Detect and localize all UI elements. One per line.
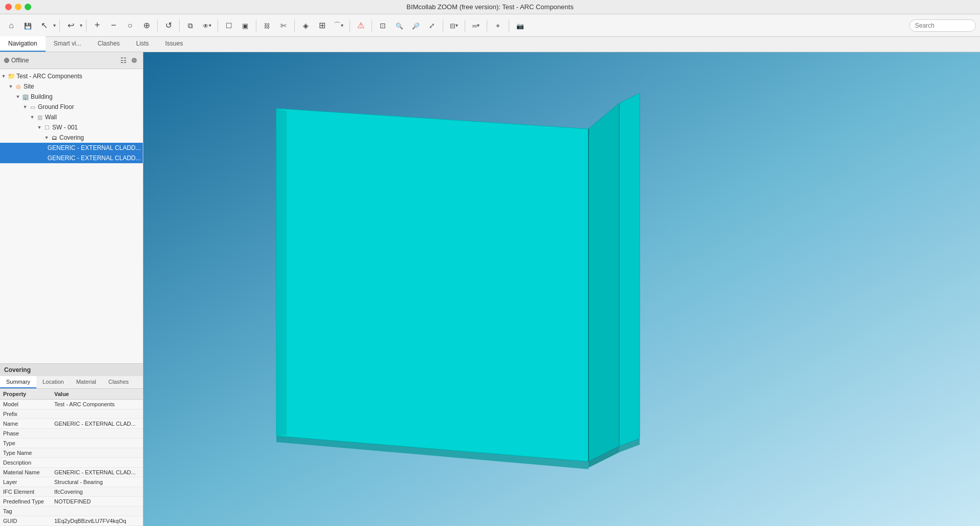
separator-10 — [443, 19, 443, 32]
property-name: Prefix — [0, 409, 51, 419]
list-view-button[interactable]: ☸ — [130, 55, 139, 65]
viewport-background — [143, 52, 980, 526]
tree-arrow-covering[interactable] — [43, 135, 50, 140]
tree-item-part2[interactable]: GENERIC - EXTERNAL CLADD... — [0, 153, 143, 163]
building-icon — [21, 93, 30, 101]
orbit-icon — [127, 21, 133, 30]
cube3d-button[interactable] — [298, 17, 313, 34]
table-row[interactable]: IFC ElementIfcCovering — [0, 487, 143, 497]
table-row[interactable]: Type — [0, 439, 143, 448]
property-value: 1Eq2yDqBBzvtLU7FV4kqOq — [51, 516, 143, 526]
section-button[interactable] — [376, 17, 390, 34]
home-icon — [9, 21, 14, 30]
table-row[interactable]: Phase — [0, 429, 143, 439]
tab-clashes[interactable]: Clashes — [90, 36, 128, 52]
box1-button[interactable] — [222, 17, 236, 34]
ortho-icon — [450, 21, 455, 30]
table-row[interactable]: LayerStructural - Bearing — [0, 477, 143, 487]
close-button[interactable] — [5, 4, 12, 10]
layers-icon — [188, 21, 193, 30]
separator-11 — [465, 19, 465, 32]
camera-button[interactable] — [513, 17, 527, 34]
plus-button[interactable] — [90, 17, 104, 34]
minus-button[interactable] — [106, 17, 121, 34]
left-panel-header: Offline ☷ ☸ — [0, 52, 143, 69]
tree-item-site[interactable]: Site — [0, 81, 143, 92]
plane-icon — [472, 21, 477, 30]
minimize-button[interactable] — [15, 4, 21, 10]
ortho-button[interactable]: ▾ — [447, 17, 461, 34]
table-row[interactable]: Predefined TypeNOTDEFINED — [0, 497, 143, 507]
grid-icon — [319, 20, 325, 30]
prop-tab-material[interactable]: Material — [70, 376, 102, 388]
undo-button[interactable] — [63, 17, 78, 34]
property-value: GENERIC - EXTERNAL CLAD... — [51, 419, 143, 429]
property-value — [51, 409, 143, 419]
cursor-dropdown[interactable]: ▾ — [53, 23, 56, 28]
tree-item-part1[interactable]: GENERIC - EXTERNAL CLADD... — [0, 143, 143, 153]
tree-arrow-building[interactable] — [14, 94, 21, 99]
tree-item-wall[interactable]: Wall — [0, 112, 143, 122]
table-row[interactable]: ModelTest - ARC Components — [0, 400, 143, 409]
separator-6 — [256, 19, 256, 32]
grid-button[interactable] — [315, 17, 329, 34]
rotatecw-button[interactable] — [161, 17, 176, 34]
tree-item-building[interactable]: Building — [0, 92, 143, 102]
tree-item-covering[interactable]: Covering — [0, 133, 143, 143]
tree-arrow-root[interactable] — [0, 74, 7, 79]
tree-item-sw001[interactable]: SW - 001 — [0, 122, 143, 133]
fit-button[interactable] — [425, 17, 439, 34]
link-button[interactable] — [260, 17, 274, 34]
table-row[interactable]: Prefix — [0, 409, 143, 419]
table-row[interactable]: Description — [0, 458, 143, 468]
table-row[interactable]: Tag — [0, 507, 143, 516]
separator-4 — [179, 19, 180, 32]
orbit-button[interactable] — [123, 17, 137, 34]
cursor-button[interactable] — [37, 17, 51, 34]
model-tree: Test - ARC Components Site Building — [0, 69, 143, 363]
measure-button[interactable] — [491, 17, 505, 34]
tree-arrow-wall[interactable] — [29, 115, 36, 120]
zoomin2-button[interactable] — [392, 17, 406, 34]
tree-arrow-sw001[interactable] — [36, 125, 43, 130]
prop-tab-clashes[interactable]: Clashes — [102, 376, 135, 388]
visibility-button[interactable]: ▾ — [200, 17, 214, 34]
undo-dropdown[interactable]: ▾ — [80, 23, 82, 28]
table-row[interactable]: Material NameGENERIC - EXTERNAL CLAD... — [0, 468, 143, 477]
table-row[interactable]: NameGENERIC - EXTERNAL CLAD... — [0, 419, 143, 429]
tab-lists[interactable]: Lists — [128, 36, 157, 52]
property-value — [51, 429, 143, 439]
warn-icon — [357, 20, 364, 30]
table-row[interactable]: Type Name — [0, 448, 143, 458]
prop-tab-summary[interactable]: Summary — [0, 376, 36, 388]
home-button[interactable] — [4, 17, 18, 34]
zoomin2-icon — [396, 21, 403, 30]
layers-button[interactable] — [183, 17, 198, 34]
3d-viewport[interactable] — [143, 52, 980, 526]
save-button[interactable] — [20, 17, 35, 34]
tree-arrow-site[interactable] — [7, 84, 14, 89]
zoomout2-button[interactable] — [408, 17, 423, 34]
tab-issues[interactable]: Issues — [157, 36, 191, 52]
cube3d-icon — [303, 21, 309, 30]
clip-button[interactable] — [276, 17, 291, 34]
grid-view-button[interactable]: ☷ — [119, 55, 128, 65]
lookat-button[interactable] — [139, 17, 154, 34]
cursor-icon — [41, 20, 48, 30]
table-row[interactable]: GUID1Eq2yDqBBzvtLU7FV4kqOq — [0, 516, 143, 526]
prop-tab-location[interactable]: Location — [36, 376, 70, 388]
tree-item-root[interactable]: Test - ARC Components — [0, 71, 143, 81]
section-icon — [380, 21, 386, 30]
property-name: Predefined Type — [0, 497, 51, 507]
search-input[interactable] — [909, 19, 976, 32]
tab-navigation[interactable]: Navigation — [0, 36, 46, 52]
property-value — [51, 448, 143, 458]
tree-item-groundfloor[interactable]: Ground Floor — [0, 102, 143, 112]
warn-button[interactable] — [354, 17, 368, 34]
tree-arrow-groundfloor[interactable] — [21, 104, 29, 109]
maximize-button[interactable] — [25, 4, 31, 10]
box2-button[interactable] — [238, 17, 252, 34]
plane-button[interactable]: ▾ — [469, 17, 483, 34]
snap-btn[interactable]: ⌒ ▾ — [331, 17, 346, 34]
tab-smartview[interactable]: Smart vi... — [46, 36, 90, 52]
